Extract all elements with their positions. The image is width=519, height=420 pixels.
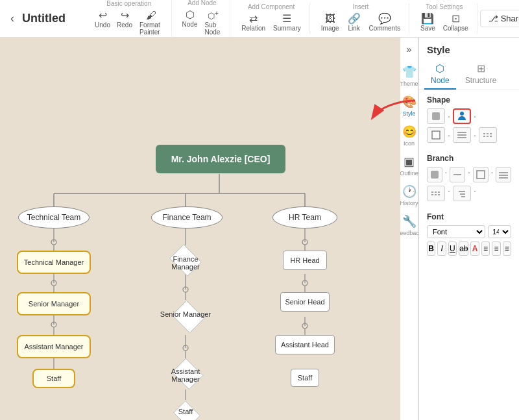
save-button[interactable]: 💾 Save (417, 12, 439, 34)
shape-row-1: · · (427, 108, 511, 124)
tab-structure[interactable]: ⊞ Structure (459, 59, 503, 90)
shape-dot-sep2: · (474, 111, 476, 121)
toolbar: ‹ Untitled Basic operation ↩ Undo ↪ Redo… (0, 0, 519, 38)
branch-dot4: · (448, 186, 450, 201)
svg-point-20 (183, 345, 188, 351)
svg-point-17 (183, 287, 188, 292)
branch-align-btn[interactable] (496, 167, 511, 182)
hr-head-node[interactable]: HR Head (283, 251, 327, 270)
share-button[interactable]: ⎇ Share (480, 10, 519, 27)
shape-lines-btn[interactable] (453, 127, 471, 143)
underline-button[interactable]: U (448, 241, 457, 256)
image-icon: 🖼 (325, 14, 335, 24)
branch-section-title: Branch (427, 154, 511, 163)
branch-dashed-btn[interactable] (427, 186, 445, 201)
shape-section-title: Shape (427, 95, 511, 105)
technical-team-node[interactable]: Technical Team (18, 206, 90, 229)
image-button[interactable]: 🖼 Image (318, 12, 343, 34)
toolbar-right: ⎇ Share ⬆ Export (480, 10, 519, 27)
branch-fill-btn[interactable] (427, 167, 442, 182)
format-painter-button[interactable]: 🖌 Format Painter (136, 8, 166, 38)
right-panel: Style ⬡ Node ⊞ Structure Shape · (418, 38, 519, 420)
finance-senior-manager-container[interactable]: Senior Manager (167, 301, 204, 333)
sidebar-history[interactable]: 🕐 History (400, 184, 418, 206)
shape-dot-sep4: · (474, 130, 476, 140)
technical-senior-manager-node[interactable]: Senior Manager (17, 292, 91, 315)
comments-button[interactable]: 💬 Comments (366, 12, 404, 34)
undo-icon: ↩ (99, 10, 107, 21)
branch-dot5: · (474, 186, 476, 201)
svg-point-30 (302, 323, 308, 328)
shape-person-btn[interactable] (453, 108, 471, 124)
shape-row-2: · · (427, 127, 511, 143)
summary-button[interactable]: ☰ Summary (270, 12, 304, 34)
node-tab-icon: ⬡ (435, 62, 444, 75)
align-left-button[interactable]: ≡ (481, 241, 490, 256)
sidebar-icon-group[interactable]: 😊 Icon (402, 125, 416, 147)
relation-button[interactable]: ⇄ Relation (238, 12, 269, 34)
collapse-panel-button[interactable]: » (404, 42, 415, 57)
sidebar-style[interactable]: 🎨 Style (402, 95, 416, 117)
toolbar-group-basic: Basic operation ↩ Undo ↪ Redo 🖌 Format P… (87, 0, 172, 38)
collapse-button[interactable]: ⊡ Collapse (440, 12, 472, 34)
format-painter-icon: 🖌 (146, 10, 156, 21)
shape-square-btn[interactable] (427, 127, 445, 143)
group-label-insert: Insert (352, 3, 368, 10)
back-button[interactable]: ‹ (5, 9, 19, 28)
canvas[interactable]: Mr. John Alexzie [CEO] Technical Team Fi… (0, 38, 400, 420)
branch-dot3: · (491, 167, 494, 182)
sidebar-collapse-bar: » 👕 Theme 🎨 Style 😊 Icon ▣ Outline 🕐 His… (400, 38, 418, 420)
undo-button[interactable]: ↩ Undo (92, 8, 113, 38)
branch-border-btn[interactable] (473, 167, 489, 182)
sidebar-outline[interactable]: ▣ Outline (400, 154, 418, 177)
tab-node[interactable]: ⬡ Node (424, 59, 456, 90)
toolbar-group-addnode: Add Node ⬡ Node ⬡+ Sub Node (175, 0, 231, 38)
toolbar-group-tools: Tool Settings 💾 Save ⊡ Collapse (412, 3, 477, 34)
italic-button[interactable]: I (437, 241, 446, 256)
finance-staff-container[interactable]: Staff (169, 400, 202, 420)
align-right-button[interactable]: ≡ (503, 241, 511, 256)
shape-dot-sep3: · (448, 130, 450, 140)
font-size-select[interactable]: 14 (488, 225, 511, 238)
group-label-addnode: Add Node (187, 0, 216, 6)
svg-point-6 (51, 240, 56, 245)
font-color-button[interactable]: A (470, 241, 479, 256)
technical-manager-node[interactable]: Technical Manager (17, 251, 91, 274)
technical-staff-node[interactable]: Staff (32, 369, 75, 388)
subnode-button[interactable]: ⬡+ Sub Node (202, 8, 225, 37)
node-button[interactable]: ⬡ Node (180, 8, 200, 37)
svg-point-9 (51, 280, 56, 286)
node-icon: ⬡ (186, 10, 195, 20)
bold-button[interactable]: B (427, 241, 435, 256)
shape-fill-btn[interactable] (427, 108, 445, 124)
finance-manager-container[interactable]: Finance Manager (167, 246, 204, 275)
hr-staff-node[interactable]: Staff (291, 369, 319, 387)
shape-dashed-btn[interactable] (479, 127, 497, 143)
svg-rect-34 (432, 131, 440, 139)
toolbar-group-insert: Insert 🖼 Image 🔗 Link 💬 Comments (313, 3, 409, 34)
hr-team-node[interactable]: HR Team (272, 206, 337, 229)
branch-section: Branch · · · (419, 149, 519, 207)
branch-dot2: · (468, 167, 470, 182)
technical-assistant-manager-node[interactable]: Assistant Manager (17, 335, 91, 358)
hr-assistant-head-node[interactable]: Assistant Head (275, 335, 335, 354)
finance-assistant-manager-container[interactable]: Assistant Manager (167, 358, 204, 389)
link-button[interactable]: 🔗 Link (344, 12, 365, 34)
font-select-row: Font 14 (427, 225, 511, 238)
svg-point-27 (302, 280, 308, 286)
strikethrough-button[interactable]: ab (459, 241, 468, 256)
font-family-select[interactable]: Font (427, 225, 485, 238)
theme-icon: 👕 (402, 65, 416, 79)
align-center-button[interactable]: ≡ (492, 241, 500, 256)
branch-stroke-btn[interactable] (450, 167, 465, 182)
ceo-node[interactable]: Mr. John Alexzie [CEO] (156, 145, 285, 173)
redo-button[interactable]: ↪ Redo (114, 8, 135, 38)
structure-tab-icon: ⊞ (477, 62, 485, 75)
hr-senior-head-node[interactable]: Senior Head (280, 292, 330, 312)
branch-indent-btn[interactable] (453, 186, 471, 201)
svg-point-12 (51, 322, 56, 327)
toolbar-group-component: Add Component ⇄ Relation ☰ Summary (233, 3, 310, 34)
outline-icon: ▣ (404, 154, 415, 169)
finance-team-node[interactable]: Finance Team (151, 206, 223, 229)
sidebar-theme[interactable]: 👕 Theme (400, 65, 418, 87)
